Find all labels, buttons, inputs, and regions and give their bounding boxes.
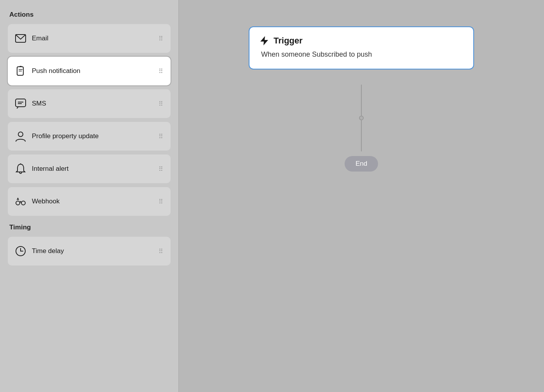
svg-marker-14	[260, 36, 268, 45]
connector-dot	[359, 116, 364, 120]
push-icon	[15, 65, 26, 77]
trigger-title: Trigger	[274, 36, 303, 46]
action-item-push-notification[interactable]: Push notification ⠿	[8, 57, 171, 85]
sms-drag-handle[interactable]: ⠿	[159, 100, 164, 108]
alert-drag-handle[interactable]: ⠿	[159, 165, 164, 173]
webhook-drag-handle[interactable]: ⠿	[159, 198, 164, 205]
trigger-subtitle: When someone Subscribed to push	[260, 50, 463, 59]
trigger-node[interactable]: Trigger When someone Subscribed to push	[249, 26, 474, 69]
canvas: Trigger When someone Subscribed to push …	[179, 0, 544, 392]
timing-section: Timing Time delay ⠿	[8, 224, 171, 265]
svg-rect-4	[16, 99, 26, 107]
trigger-header: Trigger	[260, 36, 463, 46]
sms-icon	[15, 98, 26, 109]
action-item-email[interactable]: Email ⠿	[8, 24, 171, 53]
action-item-left-email: Email	[15, 33, 49, 44]
action-item-webhook[interactable]: Webhook ⠿	[8, 187, 171, 216]
svg-point-10	[21, 201, 25, 205]
email-label: Email	[32, 35, 49, 42]
actions-title: Actions	[8, 11, 171, 19]
time-delay-label: Time delay	[32, 247, 64, 255]
push-drag-handle[interactable]: ⠿	[159, 68, 164, 75]
line-bottom	[361, 120, 362, 151]
timing-title: Timing	[8, 224, 171, 231]
end-label: End	[356, 160, 367, 167]
sms-label: SMS	[32, 100, 46, 108]
svg-point-9	[16, 201, 20, 205]
action-item-time-delay[interactable]: Time delay ⠿	[8, 237, 171, 265]
action-item-left-push: Push notification	[15, 65, 80, 77]
action-item-internal-alert[interactable]: Internal alert ⠿	[8, 154, 171, 183]
action-item-left-profile: Profile property update	[15, 130, 99, 142]
webhook-icon	[15, 196, 26, 207]
webhook-label: Webhook	[32, 198, 60, 205]
email-drag-handle[interactable]: ⠿	[159, 35, 164, 42]
action-item-left-delay: Time delay	[15, 245, 64, 257]
push-label: Push notification	[32, 67, 80, 75]
profile-drag-handle[interactable]: ⠿	[159, 133, 164, 140]
time-delay-drag-handle[interactable]: ⠿	[159, 248, 164, 255]
action-item-sms[interactable]: SMS ⠿	[8, 89, 171, 118]
action-item-left-alert: Internal alert	[15, 163, 69, 175]
profile-icon	[15, 130, 26, 142]
action-item-left-webhook: Webhook	[15, 196, 60, 207]
alert-label: Internal alert	[32, 165, 69, 173]
end-node: End	[345, 156, 378, 172]
connector	[359, 85, 364, 151]
action-item-left-sms: SMS	[15, 98, 46, 109]
profile-label: Profile property update	[32, 132, 99, 140]
clock-icon	[15, 245, 26, 257]
bell-icon	[15, 163, 26, 175]
action-item-profile[interactable]: Profile property update ⠿	[8, 122, 171, 151]
email-icon	[15, 33, 26, 44]
line-top	[361, 85, 362, 116]
left-panel: Actions Email ⠿	[0, 0, 179, 392]
bolt-icon	[260, 36, 269, 46]
svg-point-7	[18, 132, 23, 137]
